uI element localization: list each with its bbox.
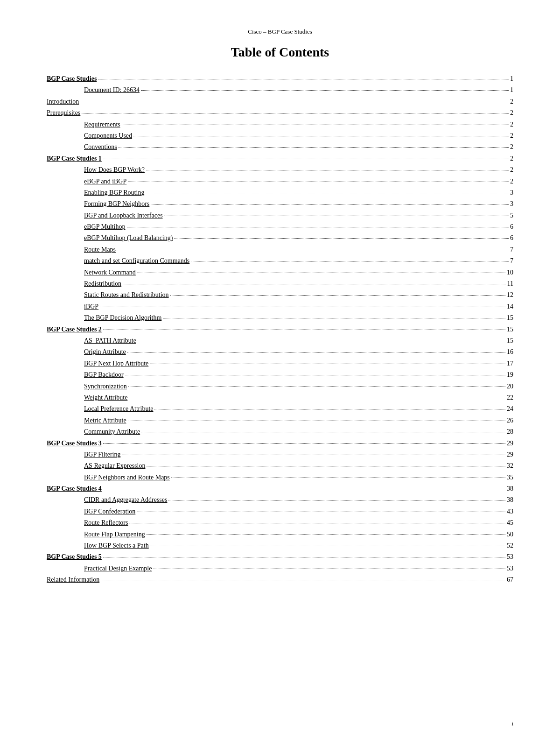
toc-dots: [127, 346, 505, 352]
toc-item: The BGP Decision Algorithm15: [47, 313, 513, 323]
toc-label: Prerequisites: [47, 108, 80, 118]
toc-item: BGP Confederation43: [47, 507, 513, 517]
toc-item: BGP Case Studies 438: [47, 484, 513, 494]
toc-dots: [128, 176, 509, 182]
toc-page: 2: [510, 108, 513, 118]
toc-item: Forming BGP Neighbors3: [47, 199, 513, 209]
toc-item: Synchronization20: [47, 381, 513, 392]
toc-item: iBGP14: [47, 302, 513, 312]
toc-label: BGP Neighbors and Route Maps: [84, 472, 170, 483]
toc-page: 38: [507, 484, 513, 494]
toc-item: Enabling BGP Routing3: [47, 188, 513, 198]
toc-page: 2: [510, 97, 513, 107]
toc-label: BGP Filtering: [84, 450, 120, 460]
toc-label: Community Attribute: [84, 427, 140, 437]
toc-label: BGP Case Studies 3: [47, 438, 102, 449]
toc-page: 20: [507, 381, 513, 392]
toc-page: 3: [510, 188, 513, 198]
toc-label: Synchronization: [84, 381, 127, 392]
toc-page: 52: [507, 541, 513, 551]
toc-dots: [147, 528, 505, 535]
toc-dots: [127, 221, 509, 227]
toc-page: 15: [507, 336, 513, 346]
toc-item: Related Information67: [47, 575, 513, 585]
toc-page: 2: [510, 165, 513, 175]
toc-label: eBGP Multihop (Load Balancing): [84, 233, 173, 243]
toc-label: Local Preference Attribute: [84, 404, 153, 414]
toc-dots: [141, 426, 505, 432]
toc-dots: [103, 153, 509, 159]
toc-dots: [129, 517, 505, 523]
toc-item: Practical Design Example53: [47, 563, 513, 574]
toc-item: BGP Case Studies 553: [47, 552, 513, 562]
toc-page: 1: [510, 85, 513, 95]
toc-dots: [146, 187, 509, 193]
toc-dots: [137, 267, 505, 273]
toc-item: BGP Case Studies 12: [47, 154, 513, 164]
toc-item: How BGP Selects a Path52: [47, 541, 513, 551]
toc-item: BGP Case Studies 329: [47, 438, 513, 449]
toc-dots: [129, 392, 505, 398]
toc-label: BGP Case Studies: [47, 74, 97, 84]
toc-page: 2: [510, 176, 513, 187]
toc-label: BGP and Loopback Interfaces: [84, 211, 163, 221]
toc-dots: [82, 107, 509, 113]
toc-page: 11: [507, 279, 513, 289]
toc-label: Document ID: 26634: [84, 85, 140, 95]
toc-page: 6: [510, 233, 513, 243]
toc-item: Redistribution11: [47, 279, 513, 289]
toc-dots: [170, 289, 505, 296]
toc-item: BGP Next Hop Attribute17: [47, 359, 513, 369]
toc-label: BGP Backdoor: [84, 370, 124, 380]
toc-dots: [191, 255, 509, 261]
toc-label: BGP Case Studies 4: [47, 484, 102, 494]
toc-page: 35: [507, 472, 513, 483]
toc-dots: [101, 574, 505, 580]
toc-item: Components Used2: [47, 131, 513, 141]
toc-page: 22: [507, 393, 513, 403]
toc-label: Static Routes and Redistribution: [84, 290, 169, 300]
toc-page: 24: [507, 404, 513, 414]
toc-item: BGP Backdoor19: [47, 370, 513, 380]
toc-dots: [103, 437, 505, 444]
toc-label: BGP Confederation: [84, 507, 135, 517]
toc-label: How BGP Selects a Path: [84, 541, 149, 551]
toc-dots: [98, 73, 509, 79]
toc-dots: [123, 278, 505, 284]
toc-page: 29: [507, 438, 513, 449]
toc-dots: [171, 472, 505, 478]
toc-dots: [168, 494, 505, 500]
toc-item: AS Regular Expression32: [47, 461, 513, 471]
toc-item: How Does BGP Work?2: [47, 165, 513, 175]
toc-item: BGP Neighbors and Route Maps35: [47, 472, 513, 483]
toc-page: 12: [507, 290, 513, 300]
toc-label: Network Command: [84, 267, 136, 278]
toc-dots: [122, 449, 505, 455]
toc-label: How Does BGP Work?: [84, 165, 145, 175]
toc-item: CIDR and Aggregate Addresses38: [47, 495, 513, 505]
toc-page: 6: [510, 222, 513, 232]
toc-dots: [163, 312, 505, 318]
toc-dots: [151, 198, 509, 204]
toc-label: Related Information: [47, 575, 99, 585]
toc-label: iBGP: [84, 302, 98, 312]
toc-page: 5: [510, 211, 513, 221]
toc-page: 17: [507, 359, 513, 369]
toc-label: Weight Attribute: [84, 393, 127, 403]
toc-dots: [122, 119, 509, 125]
toc-dots: [80, 96, 509, 102]
toc-item: match and set Configuration Commands7: [47, 256, 513, 266]
toc-dots: [137, 506, 505, 512]
toc-label: Conventions: [84, 142, 117, 152]
toc-page: 7: [510, 245, 513, 255]
toc-item: Document ID: 266341: [47, 85, 513, 95]
toc-label: Route Flap Dampening: [84, 529, 145, 540]
toc-label: AS Regular Expression: [84, 461, 145, 471]
toc-dots: [138, 335, 505, 341]
toc-label: Redistribution: [84, 279, 121, 289]
toc-page: 1: [510, 74, 513, 84]
toc-item: eBGP Multihop6: [47, 222, 513, 232]
toc-page: 2: [510, 142, 513, 152]
toc-dots: [100, 301, 505, 307]
toc-item: eBGP Multihop (Load Balancing)6: [47, 233, 513, 243]
